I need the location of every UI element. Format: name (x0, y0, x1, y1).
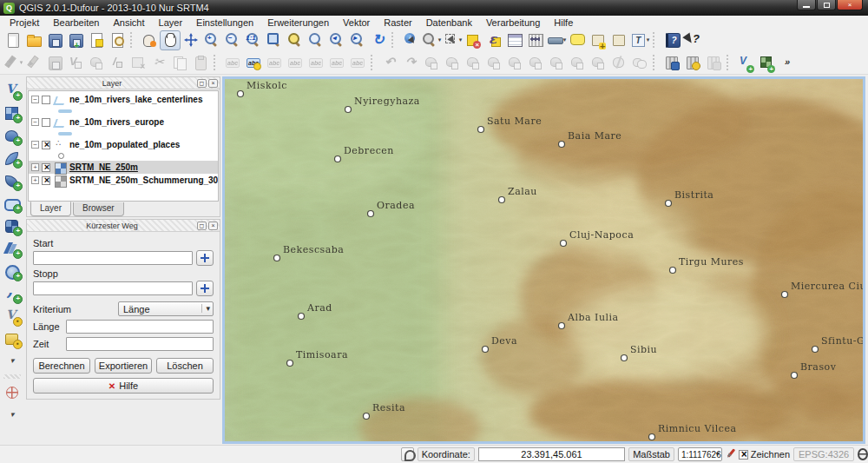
toolbar-scroll-down-button[interactable]: ▾ (2, 350, 23, 372)
show-hide-labels-button[interactable] (285, 53, 306, 73)
layer-row[interactable]: −ne_10m_rivers_europe (29, 116, 218, 129)
select-by-expression-button[interactable] (483, 30, 504, 50)
offline-editing-button[interactable] (703, 53, 724, 73)
map-tips-button[interactable] (567, 30, 588, 50)
help-contents-button[interactable] (661, 30, 682, 50)
expander-icon[interactable]: + (31, 163, 39, 171)
rotate-label-button[interactable] (326, 53, 347, 73)
calculate-button[interactable]: Berechnen (33, 358, 90, 374)
save-project-button[interactable] (44, 30, 65, 50)
reshape-features-button[interactable] (567, 53, 588, 73)
layer-visibility-checkbox[interactable] (42, 141, 50, 149)
add-postgis-layer-button[interactable] (2, 124, 23, 146)
new-layer-group-button[interactable] (2, 327, 23, 349)
layer-row[interactable]: −ne_10m_rivers_lake_centerlines (29, 93, 218, 106)
open-project-button[interactable] (23, 30, 44, 50)
redo-button[interactable]: ↷ (400, 53, 421, 73)
new-shapefile-layer-button[interactable] (2, 305, 23, 327)
db-manager-button[interactable] (682, 53, 703, 73)
cut-features-button[interactable]: ✂ (148, 53, 169, 73)
time-input[interactable] (66, 337, 214, 351)
close-panel-icon[interactable]: × (208, 79, 218, 88)
copy-features-button[interactable] (169, 53, 190, 73)
float-panel-icon[interactable]: ◻ (197, 79, 207, 88)
delete-selected-button[interactable] (128, 53, 148, 73)
add-delimited-text-layer-button[interactable] (2, 282, 23, 304)
stop-input[interactable] (33, 281, 193, 295)
layer-row[interactable]: +SRTM_NE_250m (29, 161, 218, 174)
coordinate-input[interactable]: 23.391,45.061 (478, 447, 625, 461)
toggle-editing-button[interactable] (23, 53, 44, 73)
paste-features-button[interactable] (190, 53, 211, 73)
delete-part-button[interactable] (546, 53, 567, 73)
pick-start-point-button[interactable] (196, 250, 214, 266)
add-spatialite-layer-button[interactable] (2, 147, 23, 169)
add-raster-layer-button[interactable] (2, 102, 23, 123)
toolbar-overflow-button[interactable]: » (777, 53, 798, 73)
crs-projection-icon[interactable] (858, 448, 868, 460)
add-wms-layer-button[interactable] (2, 215, 23, 236)
menu-vektor[interactable]: Vektor (336, 17, 377, 29)
live-gps-tracking-button[interactable] (2, 381, 23, 403)
float-panel-icon[interactable]: ◻ (197, 222, 207, 230)
zoom-last-button[interactable]: ◂ (326, 30, 347, 50)
toolbar-scroll-down-2-button[interactable]: ▾ (2, 404, 23, 426)
field-calculator-button[interactable] (525, 30, 546, 50)
node-tool-button[interactable] (107, 53, 128, 73)
menu-erweiterungen[interactable]: Erweiterungen (260, 17, 336, 29)
close-button[interactable]: × (837, 0, 863, 10)
menu-projekt[interactable]: Projekt (3, 17, 46, 29)
delete-ring-button[interactable] (525, 53, 546, 73)
select-features-button[interactable] (421, 30, 442, 50)
expander-icon[interactable]: + (31, 176, 39, 184)
highlight-pinned-labels-button[interactable] (222, 53, 243, 73)
show-bookmarks-button[interactable] (608, 30, 629, 50)
save-layer-edits-button[interactable] (44, 53, 65, 73)
rotate-feature-button[interactable] (421, 53, 442, 73)
new-project-button[interactable] (3, 30, 23, 50)
change-label-properties-button[interactable] (347, 53, 368, 73)
map-canvas[interactable]: MiskolcNyiregyhazaSatu MareBaia MareDebr… (222, 76, 865, 444)
zoom-to-layer-button[interactable] (285, 30, 306, 50)
layer-visibility-checkbox[interactable] (42, 118, 50, 127)
extents-toggle-icon[interactable] (401, 447, 414, 461)
measure-button[interactable] (546, 30, 567, 50)
menu-einstellungen[interactable]: Einstellungen (189, 17, 260, 29)
export-button[interactable]: Exportieren (95, 358, 152, 374)
menu-bearbeiten[interactable]: Bearbeiten (46, 17, 106, 29)
menu-verarbeitung[interactable]: Verarbeitung (479, 17, 547, 29)
pin-unpin-labels-button[interactable] (264, 53, 285, 73)
pick-stop-point-button[interactable] (196, 281, 214, 296)
add-ring-button[interactable] (463, 53, 483, 73)
undo-button[interactable]: ↶ (379, 53, 400, 73)
oracle-georaster-button[interactable] (661, 53, 682, 73)
minimize-button[interactable] (797, 0, 816, 10)
deselect-features-button[interactable] (463, 30, 483, 50)
menu-layer[interactable]: Layer (152, 17, 190, 29)
stop-rendering-icon[interactable] (726, 447, 735, 461)
move-feature-button[interactable] (86, 53, 107, 73)
add-oracle-layer-button[interactable] (2, 192, 23, 214)
expander-icon[interactable]: − (31, 118, 39, 126)
close-panel-icon[interactable]: × (208, 222, 218, 230)
render-checkbox[interactable] (739, 450, 748, 460)
length-input[interactable] (66, 320, 214, 334)
layers-panel-titlebar[interactable]: Layer ◻ × (27, 77, 220, 89)
pan-to-selection-button[interactable] (181, 30, 201, 50)
dock-tab-layer[interactable]: Layer (30, 202, 71, 216)
layer-visibility-checkbox[interactable] (42, 163, 50, 172)
maximize-button[interactable] (817, 0, 836, 10)
help-button[interactable]: ✕ Hilfe (33, 378, 214, 394)
label-settings-button[interactable] (243, 53, 264, 73)
layer-visibility-checkbox[interactable] (42, 176, 50, 185)
clear-button[interactable]: Löschen (156, 358, 214, 374)
layer-row[interactable]: +SRTM_NE_250m_Schummerung_300... (29, 174, 218, 187)
add-part-button[interactable] (483, 53, 504, 73)
new-print-composer-button[interactable] (86, 30, 107, 50)
shortest-path-titlebar[interactable]: Kürzester Weg ◻ × (27, 220, 220, 232)
render-toggle[interactable]: Zeichnen (739, 449, 790, 460)
merge-features-button[interactable] (629, 53, 650, 73)
pan-map-button[interactable] (160, 30, 181, 50)
raster-terrain-analysis-button[interactable] (756, 53, 777, 73)
zoom-full-extent-button[interactable] (264, 30, 285, 50)
